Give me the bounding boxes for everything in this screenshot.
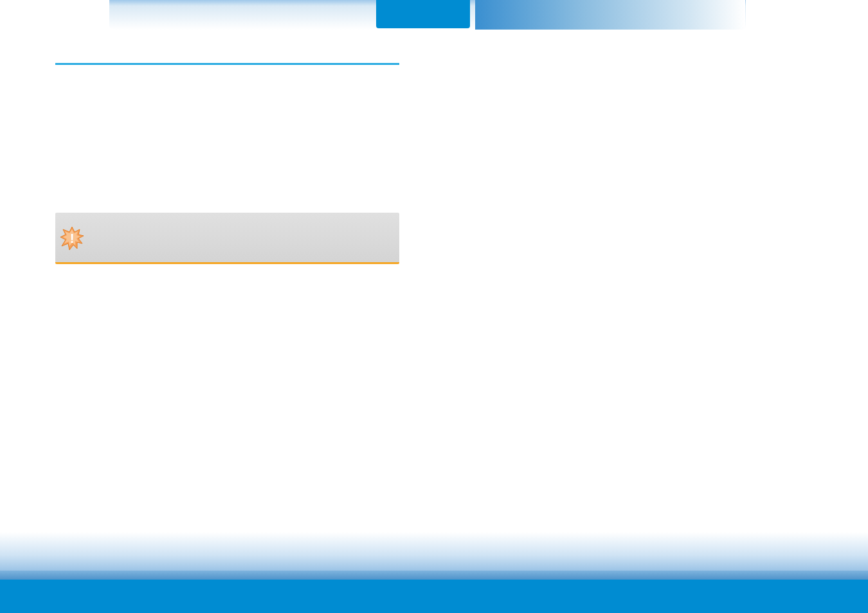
- footer-gradient-inner: [0, 571, 868, 580]
- heading-rule: [55, 63, 399, 65]
- page-footer: [0, 532, 868, 613]
- callout-box: !: [55, 213, 399, 264]
- footer-gradient-outer: [0, 532, 868, 571]
- top-tab-bar: [0, 0, 868, 30]
- svg-text:!: !: [70, 231, 75, 245]
- tab-right-gradient: [475, 0, 745, 30]
- tab-active[interactable]: [376, 0, 470, 28]
- alert-burst-icon: !: [59, 226, 85, 251]
- main-content: !: [55, 63, 399, 264]
- footer-bar: [0, 580, 868, 613]
